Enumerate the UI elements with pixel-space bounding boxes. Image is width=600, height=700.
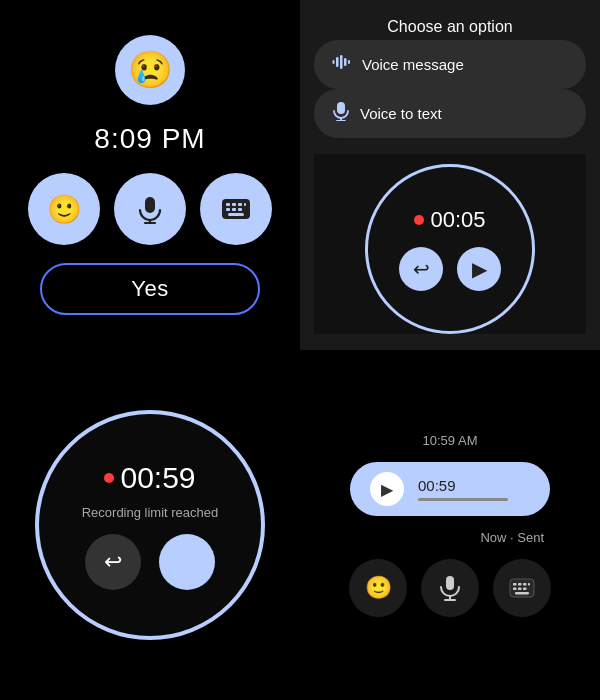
watch-controls-mini: ↩ ▶	[399, 247, 501, 291]
svg-rect-8	[226, 208, 230, 211]
audio-message-button[interactable]: ▶ 00:59	[350, 462, 550, 516]
svg-rect-27	[528, 583, 530, 586]
send-button-mini[interactable]: ▶	[457, 247, 501, 291]
watch-mini: 00:05 ↩ ▶	[365, 164, 535, 334]
avatar: 😢	[115, 35, 185, 105]
undo-button-mini[interactable]: ↩	[399, 247, 443, 291]
svg-rect-11	[228, 213, 244, 216]
rec-time-mini: 00:05	[414, 207, 485, 233]
voice-message-label: Voice message	[362, 56, 464, 73]
svg-rect-29	[518, 588, 522, 591]
svg-rect-10	[238, 208, 242, 211]
svg-rect-26	[523, 583, 527, 586]
rec-dot-mini	[414, 215, 424, 225]
audio-progress-bar	[418, 498, 508, 501]
svg-rect-6	[238, 203, 242, 206]
svg-rect-16	[333, 60, 335, 64]
time-display: 8:09 PM	[94, 123, 205, 155]
msg-time: 10:59 AM	[423, 433, 478, 448]
svg-rect-28	[513, 588, 517, 591]
audio-info: 00:59	[418, 477, 508, 501]
keyboard-button[interactable]	[200, 173, 272, 245]
panel-top-left: 😢 8:09 PM 🙂 Ye	[0, 0, 300, 350]
undo-button-large[interactable]: ↩	[85, 534, 141, 590]
rec-time-large: 00:59	[104, 461, 195, 495]
svg-rect-12	[336, 57, 339, 67]
panel-bottom-right: 10:59 AM ▶ 00:59 Now · Sent 🙂	[300, 350, 600, 700]
audio-duration: 00:59	[418, 477, 508, 494]
svg-rect-30	[523, 588, 527, 591]
yes-button[interactable]: Yes	[40, 263, 260, 315]
voice-to-text-icon	[332, 101, 350, 126]
watch-large: 00:59 Recording limit reached ↩	[35, 410, 265, 640]
watch-mini-wrap: 00:05 ↩ ▶	[314, 154, 586, 334]
panel-top-right: Choose an option Voice message	[300, 0, 600, 350]
svg-rect-5	[232, 203, 236, 206]
svg-rect-31	[515, 592, 529, 595]
rec-dot-large	[104, 473, 114, 483]
svg-rect-15	[348, 60, 350, 64]
svg-rect-14	[344, 58, 347, 66]
svg-rect-4	[226, 203, 230, 206]
tr-inner: Choose an option Voice message	[314, 18, 586, 332]
svg-rect-9	[232, 208, 236, 211]
svg-rect-17	[337, 102, 345, 114]
bottom-icon-row: 🙂	[349, 559, 551, 617]
keyboard-button-br[interactable]	[493, 559, 551, 617]
mic-button-br[interactable]	[421, 559, 479, 617]
rec-limit-text: Recording limit reached	[82, 505, 219, 520]
svg-rect-25	[518, 583, 522, 586]
voice-to-text-label: Voice to text	[360, 105, 442, 122]
choose-option-title: Choose an option	[314, 18, 586, 36]
send-button-large[interactable]	[159, 534, 215, 590]
voice-message-icon	[332, 52, 352, 77]
emoji-button-br[interactable]: 🙂	[349, 559, 407, 617]
svg-rect-13	[340, 55, 343, 69]
play-icon[interactable]: ▶	[370, 472, 404, 506]
mic-button[interactable]	[114, 173, 186, 245]
svg-rect-24	[513, 583, 517, 586]
svg-rect-0	[145, 197, 155, 213]
panel-bottom-left: 00:59 Recording limit reached ↩	[0, 350, 300, 700]
voice-message-option[interactable]: Voice message	[314, 40, 586, 89]
svg-rect-20	[446, 576, 454, 590]
sent-label: Now · Sent	[480, 530, 544, 545]
emoji-button[interactable]: 🙂	[28, 173, 100, 245]
watch-controls-large: ↩	[85, 534, 215, 590]
icon-row: 🙂	[28, 173, 272, 245]
voice-to-text-option[interactable]: Voice to text	[314, 89, 586, 138]
svg-rect-7	[244, 203, 246, 206]
